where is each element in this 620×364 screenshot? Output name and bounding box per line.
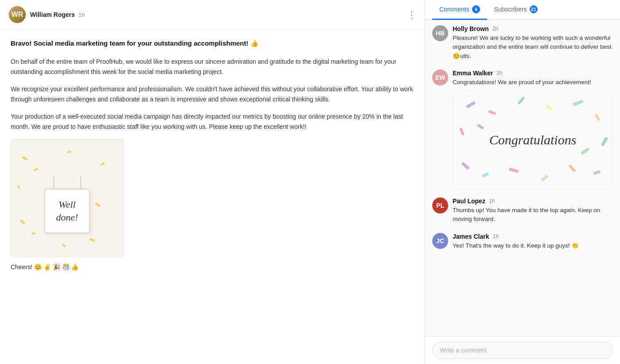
comment-text-paul: Thumbs up! You have made it to the top a… bbox=[453, 206, 613, 224]
post-header: WR William Rogers 1h ⋮ bbox=[0, 0, 425, 30]
comment-item: HB Holly Brown 2h Pleasure! We are lucky… bbox=[432, 25, 613, 61]
comment-time-holly: 2h bbox=[492, 26, 498, 32]
comment-text-emma: Congratulations! We are proud of your ac… bbox=[453, 78, 613, 87]
tab-comments-badge: 4 bbox=[472, 5, 480, 13]
post-body: On behalf of the entire team of ProofHub… bbox=[11, 57, 414, 132]
comment-item: JC James Clark 1h Yes! That's the way to… bbox=[432, 233, 613, 250]
comment-avatar-james: JC bbox=[432, 233, 448, 249]
comment-time-paul: 1h bbox=[489, 198, 495, 204]
tabs-header: Comments 4 Subscribers 21 bbox=[425, 0, 620, 20]
tab-subscribers-badge: 21 bbox=[530, 5, 538, 13]
comment-avatar-holly: HB bbox=[432, 25, 448, 41]
comment-body-holly: Holly Brown 2h Pleasure! We are lucky to… bbox=[453, 25, 613, 61]
left-panel: WR William Rogers 1h ⋮ Bravo! Social med… bbox=[0, 0, 425, 364]
comment-item: PL Paul Lopez 1h Thumbs up! You have mad… bbox=[432, 197, 613, 224]
comment-author-paul: Paul Lopez bbox=[453, 197, 485, 205]
tab-subscribers[interactable]: Subscribers 21 bbox=[487, 0, 545, 20]
comment-author-james: James Clark bbox=[453, 233, 489, 240]
tab-comments-label: Comments bbox=[439, 6, 469, 13]
comment-body-emma: Emma Walker 2h Congratulations! We are p… bbox=[453, 70, 613, 189]
comment-body-paul: Paul Lopez 1h Thumbs up! You have made i… bbox=[453, 197, 613, 224]
comment-time-emma: 2h bbox=[496, 70, 502, 76]
comment-avatar-paul: PL bbox=[432, 197, 448, 213]
comment-body-james: James Clark 1h Yes! That's the way to do… bbox=[453, 233, 613, 250]
post-paragraph-2: We recognize your excellent performance … bbox=[11, 84, 414, 105]
main-layout: WR William Rogers 1h ⋮ Bravo! Social med… bbox=[0, 0, 620, 364]
tab-subscribers-label: Subscribers bbox=[494, 6, 527, 13]
post-author-name: William Rogers bbox=[30, 11, 75, 18]
comment-item: EW Emma Walker 2h Congratulations! We ar… bbox=[432, 70, 613, 189]
tab-comments[interactable]: Comments 4 bbox=[432, 0, 487, 20]
comment-author-holly: Holly Brown bbox=[453, 25, 489, 32]
comment-avatar-emma: EW bbox=[432, 70, 448, 85]
post-paragraph-3: Your production of a well-executed socia… bbox=[11, 112, 414, 132]
post-image: Welldone! bbox=[11, 139, 124, 256]
congrats-text: Congratulations bbox=[489, 132, 577, 147]
right-panel: Comments 4 Subscribers 21 HB Holly Brown… bbox=[425, 0, 620, 364]
post-content: Bravo! Social media marketing team for y… bbox=[0, 30, 425, 364]
well-done-sign: Welldone! bbox=[44, 189, 89, 233]
comment-author-emma: Emma Walker bbox=[453, 70, 493, 77]
comment-text-james: Yes! That's the way to do it. Keep it up… bbox=[453, 241, 613, 250]
post-time: 1h bbox=[78, 12, 85, 18]
author-avatar: WR bbox=[9, 6, 26, 23]
more-options-button[interactable]: ⋮ bbox=[407, 10, 416, 19]
congratulations-image: Congratulations bbox=[453, 91, 613, 189]
post-image-container: Welldone! bbox=[11, 139, 414, 256]
post-paragraph-1: On behalf of the entire team of ProofHub… bbox=[11, 57, 414, 77]
post-title: Bravo! Social media marketing team for y… bbox=[11, 39, 414, 49]
post-cheers: Cheers! 😊 ✌️ 🎉 🎊 👍 bbox=[11, 263, 414, 271]
comments-list: HB Holly Brown 2h Pleasure! We are lucky… bbox=[425, 20, 620, 336]
write-comment-input[interactable] bbox=[432, 342, 613, 359]
comment-time-james: 1h bbox=[493, 233, 499, 240]
comment-text-holly: Pleasure! We are lucky to be working wit… bbox=[453, 34, 613, 61]
write-comment-area bbox=[425, 336, 620, 364]
